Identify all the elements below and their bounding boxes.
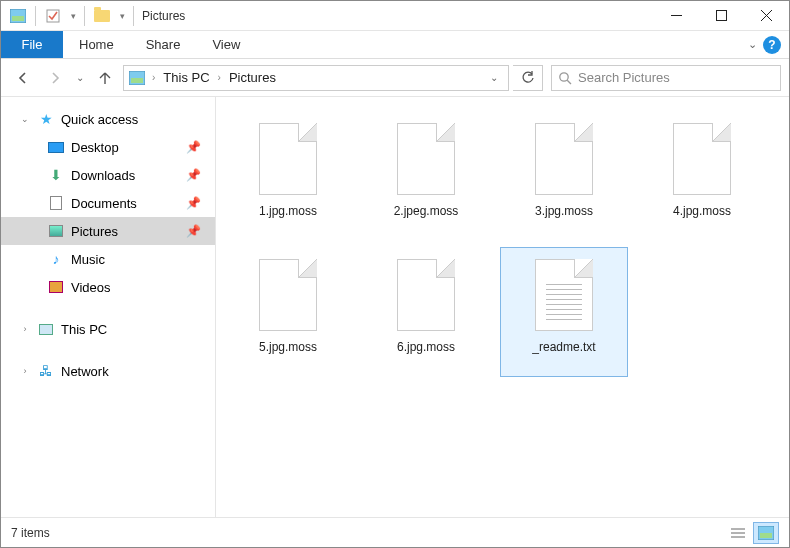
- svg-point-9: [560, 72, 568, 80]
- sidebar-item-label: Documents: [71, 196, 137, 211]
- chevron-down-icon[interactable]: ⌄: [19, 114, 31, 124]
- forward-button[interactable]: [41, 64, 69, 92]
- properties-icon[interactable]: [40, 3, 66, 29]
- svg-rect-8: [131, 78, 143, 83]
- video-icon: [47, 279, 65, 295]
- file-name: 3.jpg.moss: [535, 204, 593, 218]
- address-dropdown-icon[interactable]: ⌄: [484, 72, 504, 83]
- file-item[interactable]: _readme.txt: [500, 247, 628, 377]
- file-item[interactable]: 5.jpg.moss: [224, 247, 352, 377]
- window-title: Pictures: [142, 9, 185, 23]
- tab-home[interactable]: Home: [63, 31, 130, 58]
- recent-dropdown-icon[interactable]: ⌄: [73, 64, 87, 92]
- blank-file-icon: [394, 120, 458, 198]
- svg-rect-4: [717, 11, 727, 21]
- svg-rect-2: [47, 10, 59, 22]
- refresh-button[interactable]: [513, 65, 543, 91]
- blank-file-icon: [256, 256, 320, 334]
- status-bar: 7 items: [1, 517, 789, 547]
- pin-icon: 📌: [186, 196, 201, 210]
- breadcrumb-icon: [128, 70, 146, 86]
- title-bar: ▾ ▾ Pictures: [1, 1, 789, 31]
- file-item[interactable]: 1.jpg.moss: [224, 111, 352, 241]
- search-placeholder: Search Pictures: [578, 70, 670, 85]
- sidebar-item-documents[interactable]: Documents📌: [1, 189, 215, 217]
- sidebar-quick-access[interactable]: ⌄ ★ Quick access: [1, 105, 215, 133]
- text-file-icon: [532, 256, 596, 334]
- doc-icon: [47, 195, 65, 211]
- file-item[interactable]: 3.jpg.moss: [500, 111, 628, 241]
- sidebar-this-pc[interactable]: › This PC: [1, 315, 215, 343]
- pc-icon: [37, 321, 55, 337]
- music-icon: ♪: [47, 251, 65, 267]
- app-icon[interactable]: [5, 3, 31, 29]
- file-name: 1.jpg.moss: [259, 204, 317, 218]
- thumbnails-view-button[interactable]: [753, 522, 779, 544]
- sidebar-item-label: Videos: [71, 280, 111, 295]
- file-name: _readme.txt: [532, 340, 595, 354]
- svg-rect-1: [12, 16, 24, 21]
- ribbon: File Home Share View ⌄ ?: [1, 31, 789, 59]
- chevron-right-icon[interactable]: ›: [19, 366, 31, 376]
- minimize-button[interactable]: [654, 2, 699, 30]
- blank-file-icon: [532, 120, 596, 198]
- blank-file-icon: [670, 120, 734, 198]
- sidebar-item-label: Downloads: [71, 168, 135, 183]
- sidebar-item-videos[interactable]: Videos: [1, 273, 215, 301]
- search-input[interactable]: Search Pictures: [551, 65, 781, 91]
- sidebar: ⌄ ★ Quick access Desktop📌⬇Downloads📌Docu…: [1, 97, 216, 517]
- chevron-right-icon[interactable]: ›: [214, 72, 225, 83]
- up-button[interactable]: [91, 64, 119, 92]
- star-icon: ★: [37, 111, 55, 127]
- blank-file-icon: [394, 256, 458, 334]
- sidebar-label: This PC: [61, 322, 107, 337]
- file-grid[interactable]: 1.jpg.moss2.jpeg.moss3.jpg.moss4.jpg.mos…: [216, 97, 789, 517]
- search-icon: [558, 71, 572, 85]
- chevron-right-icon[interactable]: ›: [148, 72, 159, 83]
- sidebar-item-music[interactable]: ♪Music: [1, 245, 215, 273]
- file-name: 2.jpeg.moss: [394, 204, 459, 218]
- file-tab[interactable]: File: [1, 31, 63, 58]
- chevron-right-icon[interactable]: ›: [19, 324, 31, 334]
- breadcrumb-part-pictures[interactable]: Pictures: [227, 70, 278, 85]
- qat-dropdown-icon[interactable]: ▾: [66, 3, 80, 29]
- file-item[interactable]: 4.jpg.moss: [638, 111, 766, 241]
- pic-icon: [47, 223, 65, 239]
- sidebar-item-label: Desktop: [71, 140, 119, 155]
- breadcrumb[interactable]: › This PC › Pictures ⌄: [123, 65, 509, 91]
- details-view-button[interactable]: [725, 522, 751, 544]
- download-icon: ⬇: [47, 167, 65, 183]
- help-icon[interactable]: ?: [763, 36, 781, 54]
- breadcrumb-part-thispc[interactable]: This PC: [161, 70, 211, 85]
- pin-icon: 📌: [186, 140, 201, 154]
- pin-icon: 📌: [186, 224, 201, 238]
- status-text: 7 items: [11, 526, 50, 540]
- back-button[interactable]: [9, 64, 37, 92]
- sidebar-item-label: Music: [71, 252, 105, 267]
- quick-access-toolbar: ▾ ▾: [1, 3, 129, 29]
- sidebar-label: Quick access: [61, 112, 138, 127]
- pin-icon: 📌: [186, 168, 201, 182]
- sidebar-item-label: Pictures: [71, 224, 118, 239]
- tab-share[interactable]: Share: [130, 31, 197, 58]
- sidebar-item-desktop[interactable]: Desktop📌: [1, 133, 215, 161]
- sidebar-network[interactable]: › 🖧 Network: [1, 357, 215, 385]
- file-name: 4.jpg.moss: [673, 204, 731, 218]
- ribbon-collapse-icon[interactable]: ⌄: [748, 38, 757, 51]
- tab-view[interactable]: View: [196, 31, 256, 58]
- address-bar: ⌄ › This PC › Pictures ⌄ Search Pictures: [1, 59, 789, 97]
- close-button[interactable]: [744, 2, 789, 30]
- svg-line-10: [567, 80, 571, 84]
- sidebar-item-downloads[interactable]: ⬇Downloads📌: [1, 161, 215, 189]
- qat-dropdown2-icon[interactable]: ▾: [115, 3, 129, 29]
- svg-rect-15: [760, 533, 772, 538]
- maximize-button[interactable]: [699, 2, 744, 30]
- file-item[interactable]: 2.jpeg.moss: [362, 111, 490, 241]
- file-item[interactable]: 6.jpg.moss: [362, 247, 490, 377]
- folder-icon[interactable]: [89, 3, 115, 29]
- sidebar-item-pictures[interactable]: Pictures📌: [1, 217, 215, 245]
- file-name: 5.jpg.moss: [259, 340, 317, 354]
- sidebar-label: Network: [61, 364, 109, 379]
- network-icon: 🖧: [37, 363, 55, 379]
- desktop-icon: [47, 139, 65, 155]
